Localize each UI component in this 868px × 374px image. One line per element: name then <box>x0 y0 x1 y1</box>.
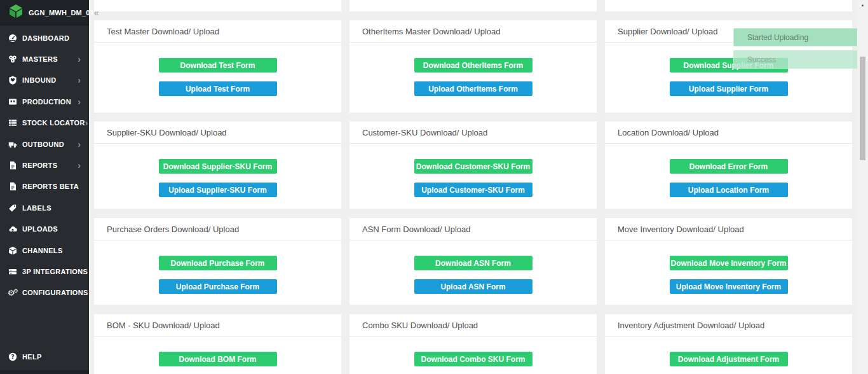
download-test-form-button[interactable]: Download Test Form <box>159 58 277 73</box>
sidebar-item-label: CONFIGURATIONS <box>22 289 88 296</box>
sidebar-item-production[interactable]: PRODUCTION › <box>0 91 89 112</box>
toast-container: Started Uploading Success <box>733 28 860 69</box>
card-title: OtherItems Master Download/ Upload <box>349 20 597 36</box>
sidebar-footer <box>0 370 89 374</box>
card-inventory-adjustment-download-upload: Inventory Adjustment Download/ Upload Do… <box>605 314 852 374</box>
sidebar-item-label: CHANNELS <box>22 247 63 254</box>
card-divider <box>605 336 852 336</box>
sidebar-item-stock-locator[interactable]: STOCK LOCATOR › <box>0 113 89 134</box>
download-customer-sku-form-button[interactable]: Download Customer-SKU Form <box>414 159 532 174</box>
masters-icon <box>7 55 18 64</box>
upload-move-inventory-form-button[interactable]: Upload Move Inventory Form <box>670 279 788 294</box>
sidebar-item-3p-integrations[interactable]: 3P INTEGRATIONS <box>0 261 89 282</box>
download-error-form-button[interactable]: Download Error Form <box>670 159 788 174</box>
download-combo-sku-form-button[interactable]: Download Combo SKU Form <box>414 352 532 366</box>
card-move-inventory-download-upload: Move Inventory Download/ Upload Download… <box>605 218 852 305</box>
card-location-download-upload: Location Download/ Upload Download Error… <box>605 121 852 209</box>
sidebar-collapse-icon[interactable]: « <box>94 8 99 17</box>
inbound-icon <box>7 76 18 85</box>
sidebar-item-label: INBOUND <box>22 76 56 84</box>
sidebar-item-label: STOCK LOCATOR <box>22 119 85 127</box>
card-supplier-sku-download-upload: Supplier-SKU Download/ Upload Download S… <box>94 121 341 209</box>
scrollbar-up-icon[interactable]: ▲ <box>857 0 868 10</box>
sidebar-item-channels[interactable]: CHANNELS <box>0 240 89 261</box>
download-bom-form-button[interactable]: Download BOM Form <box>159 352 277 366</box>
sidebar-header: GGN_MWH_DM_01 « <box>0 0 89 25</box>
upload-asn-form-button[interactable]: Upload ASN Form <box>414 279 532 294</box>
card-divider <box>605 240 852 240</box>
toast[interactable]: Started Uploading <box>733 28 860 46</box>
card-title: Combo SKU Download/ Upload <box>349 314 597 330</box>
card-partial <box>605 0 852 11</box>
chevron-right-icon: › <box>78 97 81 106</box>
upload-otheritems-form-button[interactable]: Upload OtherItems Form <box>414 81 532 96</box>
sidebar-item-label: 3P INTEGRATIONS <box>22 268 88 275</box>
configurations-icon: ⚙⚙ <box>7 288 18 297</box>
download-otheritems-form-button[interactable]: Download OtherItems Form <box>414 58 532 73</box>
reports-icon <box>7 161 18 170</box>
sidebar: GGN_MWH_DM_01 « DASHBOARD MASTERS › INBO… <box>0 0 89 374</box>
sidebar-item-inbound[interactable]: INBOUND › <box>0 70 89 91</box>
sidebar-item-outbound[interactable]: OUTBOUND › <box>0 134 89 155</box>
uploads-icon <box>7 225 18 233</box>
sidebar-item-reports-beta[interactable]: REPORTS BETA <box>0 176 89 197</box>
sidebar-item-configurations[interactable]: ⚙⚙ CONFIGURATIONS <box>0 282 89 303</box>
sidebar-item-label: MASTERS <box>22 55 58 63</box>
card-test-master-download-upload: Test Master Download/ Upload Download Te… <box>94 20 341 113</box>
upload-location-form-button[interactable]: Upload Location Form <box>670 183 788 197</box>
download-purchase-form-button[interactable]: Download Purchase Form <box>159 256 277 270</box>
card-title: Supplier-SKU Download/ Upload <box>94 121 341 137</box>
card-buttons: Download Error Form Upload Location Form <box>605 159 852 197</box>
card-divider <box>94 143 341 144</box>
toast[interactable]: Success <box>733 50 860 69</box>
chevron-right-icon: › <box>78 76 81 85</box>
card-purchase-orders-download-upload: Purchase Orders Download/ Upload Downloa… <box>94 218 341 305</box>
app-logo-icon <box>8 4 24 22</box>
upload-supplier-sku-form-button[interactable]: Upload Supplier-SKU Form <box>159 183 277 197</box>
stock-locator-icon <box>7 118 18 127</box>
card-buttons: Download Adjustment Form <box>605 352 852 366</box>
card-customer-sku-download-upload: Customer-SKU Download/ Upload Download C… <box>349 121 597 209</box>
scrollbar-thumb[interactable] <box>860 57 865 160</box>
sidebar-help-section: ? HELP <box>0 347 89 368</box>
sidebar-item-label: LABELS <box>22 204 51 212</box>
scrollbar[interactable]: ▲ <box>857 0 868 374</box>
svg-text:⚙: ⚙ <box>13 289 18 294</box>
card-divider <box>349 42 597 43</box>
sidebar-item-label: DASHBOARD <box>22 34 69 42</box>
card-divider <box>94 42 341 43</box>
outbound-icon <box>7 140 18 149</box>
upload-test-form-button[interactable]: Upload Test Form <box>159 81 277 96</box>
card-bom-sku-download-upload: BOM - SKU Download/ Upload Download BOM … <box>94 314 341 374</box>
integrations-icon <box>7 267 18 276</box>
card-buttons: Download Supplier-SKU Form Upload Suppli… <box>94 159 341 197</box>
upload-customer-sku-form-button[interactable]: Upload Customer-SKU Form <box>414 183 532 197</box>
download-move-inventory-form-button[interactable]: Download Move Inventory Form <box>670 256 788 270</box>
sidebar-nav: DASHBOARD MASTERS › INBOUND › PRODUCTION… <box>0 25 89 303</box>
help-icon: ? <box>7 352 18 361</box>
sidebar-item-masters[interactable]: MASTERS › <box>0 48 89 69</box>
upload-purchase-form-button[interactable]: Upload Purchase Form <box>159 279 277 294</box>
card-title: Test Master Download/ Upload <box>94 20 341 36</box>
sidebar-item-label: REPORTS <box>22 162 57 169</box>
sidebar-item-label: HELP <box>22 353 42 361</box>
sidebar-item-label: OUTBOUND <box>22 141 64 148</box>
download-supplier-sku-form-button[interactable]: Download Supplier-SKU Form <box>159 159 277 174</box>
labels-icon <box>7 204 18 212</box>
reports-beta-icon <box>7 182 18 191</box>
sidebar-item-reports[interactable]: REPORTS › <box>0 155 89 176</box>
card-title: BOM - SKU Download/ Upload <box>94 314 341 330</box>
production-icon <box>7 97 18 106</box>
sidebar-item-label: PRODUCTION <box>22 98 71 106</box>
card-title: Customer-SKU Download/ Upload <box>349 121 597 137</box>
sidebar-item-help[interactable]: ? HELP <box>0 347 89 368</box>
card-partial <box>349 0 597 11</box>
download-adjustment-form-button[interactable]: Download Adjustment Form <box>670 352 788 366</box>
upload-supplier-form-button[interactable]: Upload Supplier Form <box>670 81 788 96</box>
sidebar-item-uploads[interactable]: UPLOADS <box>0 219 89 240</box>
download-asn-form-button[interactable]: Download ASN Form <box>414 256 532 270</box>
sidebar-item-label: UPLOADS <box>22 225 58 233</box>
sidebar-item-labels[interactable]: LABELS <box>0 197 89 218</box>
chevron-right-icon: › <box>78 161 81 170</box>
sidebar-item-dashboard[interactable]: DASHBOARD <box>0 27 89 48</box>
